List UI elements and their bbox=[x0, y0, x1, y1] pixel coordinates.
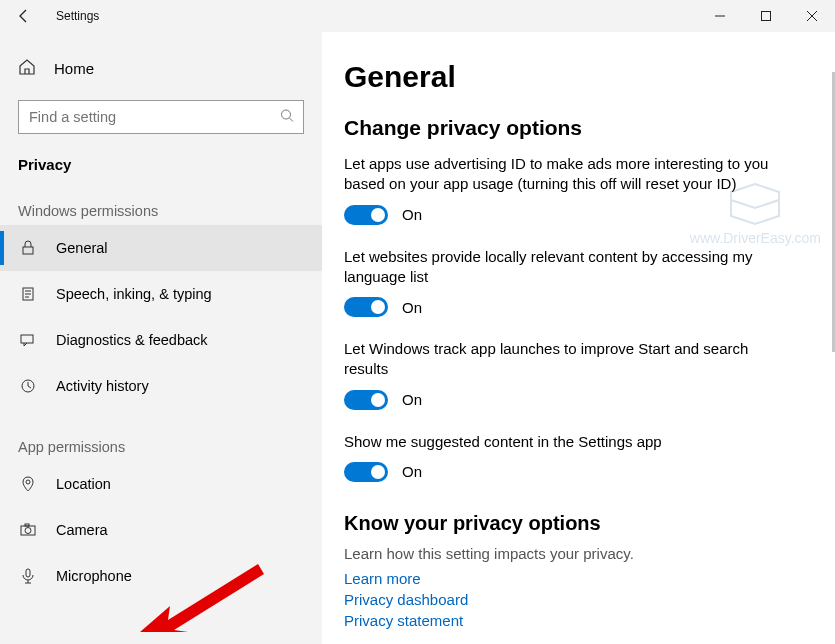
arrow-left-icon bbox=[16, 8, 32, 24]
section-heading: Change privacy options bbox=[344, 116, 801, 140]
location-icon bbox=[18, 474, 38, 494]
option-description: Let apps use advertising ID to make ads … bbox=[344, 154, 784, 195]
minimize-button[interactable] bbox=[697, 0, 743, 32]
toggle-suggested-content[interactable] bbox=[344, 462, 388, 482]
title-bar: Settings bbox=[0, 0, 835, 32]
sidebar-category-header: Privacy bbox=[0, 134, 322, 173]
sidebar-item-home[interactable]: Home bbox=[0, 46, 322, 90]
sidebar-group-app-permissions: App permissions bbox=[0, 409, 322, 461]
option-description: Let websites provide locally relevant co… bbox=[344, 247, 784, 288]
window-title: Settings bbox=[48, 9, 99, 23]
link-privacy-statement[interactable]: Privacy statement bbox=[344, 610, 801, 631]
sidebar-item-diagnostics-feedback[interactable]: Diagnostics & feedback bbox=[0, 317, 322, 363]
minimize-icon bbox=[715, 11, 725, 21]
lock-icon bbox=[18, 238, 38, 258]
link-learn-more[interactable]: Learn more bbox=[344, 568, 801, 589]
search-icon bbox=[280, 109, 294, 126]
svg-point-6 bbox=[26, 480, 30, 484]
close-icon bbox=[807, 11, 817, 21]
svg-point-1 bbox=[282, 110, 291, 119]
toggle-advertising-id[interactable] bbox=[344, 205, 388, 225]
watermark-text: www.DriverEasy.com bbox=[690, 230, 821, 246]
option-language-list: Let websites provide locally relevant co… bbox=[344, 247, 784, 318]
search-box[interactable] bbox=[18, 100, 304, 134]
home-icon bbox=[18, 58, 38, 79]
svg-rect-0 bbox=[762, 12, 771, 21]
toggle-state-label: On bbox=[402, 299, 422, 316]
toggle-language-list[interactable] bbox=[344, 297, 388, 317]
clipboard-icon bbox=[18, 284, 38, 304]
sidebar-item-label: Diagnostics & feedback bbox=[56, 332, 208, 348]
know-section: Know your privacy options Learn how this… bbox=[344, 512, 801, 631]
back-button[interactable] bbox=[0, 0, 48, 32]
toggle-state-label: On bbox=[402, 463, 422, 480]
svg-rect-4 bbox=[21, 335, 33, 343]
toggle-state-label: On bbox=[402, 206, 422, 223]
sidebar-item-location[interactable]: Location bbox=[0, 461, 322, 507]
sidebar-item-label: Microphone bbox=[56, 568, 132, 584]
option-advertising-id: Let apps use advertising ID to make ads … bbox=[344, 154, 784, 225]
sidebar-item-microphone[interactable]: Microphone bbox=[0, 553, 322, 599]
option-description: Let Windows track app launches to improv… bbox=[344, 339, 784, 380]
sidebar-item-label: Camera bbox=[56, 522, 108, 538]
sidebar-item-label: Speech, inking, & typing bbox=[56, 286, 212, 302]
caption-buttons bbox=[697, 0, 835, 32]
history-icon bbox=[18, 376, 38, 396]
know-hint: Learn how this setting impacts your priv… bbox=[344, 545, 801, 562]
toggle-track-launches[interactable] bbox=[344, 390, 388, 410]
sidebar-item-speech-inking-typing[interactable]: Speech, inking, & typing bbox=[0, 271, 322, 317]
link-privacy-dashboard[interactable]: Privacy dashboard bbox=[344, 589, 801, 610]
sidebar-item-label: General bbox=[56, 240, 108, 256]
option-description: Show me suggested content in the Setting… bbox=[344, 432, 784, 452]
home-label: Home bbox=[54, 60, 94, 77]
close-button[interactable] bbox=[789, 0, 835, 32]
svg-point-8 bbox=[25, 528, 31, 534]
svg-rect-10 bbox=[26, 569, 30, 577]
camera-icon bbox=[18, 520, 38, 540]
page-title: General bbox=[344, 60, 801, 94]
know-heading: Know your privacy options bbox=[344, 512, 801, 535]
maximize-icon bbox=[761, 11, 771, 21]
search-input[interactable] bbox=[18, 100, 304, 134]
sidebar-item-general[interactable]: General bbox=[0, 225, 322, 271]
sidebar-group-windows-permissions: Windows permissions bbox=[0, 173, 322, 225]
svg-rect-9 bbox=[25, 524, 29, 526]
sidebar-item-camera[interactable]: Camera bbox=[0, 507, 322, 553]
sidebar-item-label: Location bbox=[56, 476, 111, 492]
microphone-icon bbox=[18, 566, 38, 586]
toggle-state-label: On bbox=[402, 391, 422, 408]
feedback-icon bbox=[18, 330, 38, 350]
sidebar: Home Privacy Windows permissions General… bbox=[0, 32, 322, 644]
sidebar-item-label: Activity history bbox=[56, 378, 149, 394]
svg-rect-2 bbox=[23, 247, 33, 254]
option-track-launches: Let Windows track app launches to improv… bbox=[344, 339, 784, 410]
main-content: General Change privacy options Let apps … bbox=[322, 32, 835, 644]
option-suggested-content: Show me suggested content in the Setting… bbox=[344, 432, 784, 482]
maximize-button[interactable] bbox=[743, 0, 789, 32]
sidebar-item-activity-history[interactable]: Activity history bbox=[0, 363, 322, 409]
